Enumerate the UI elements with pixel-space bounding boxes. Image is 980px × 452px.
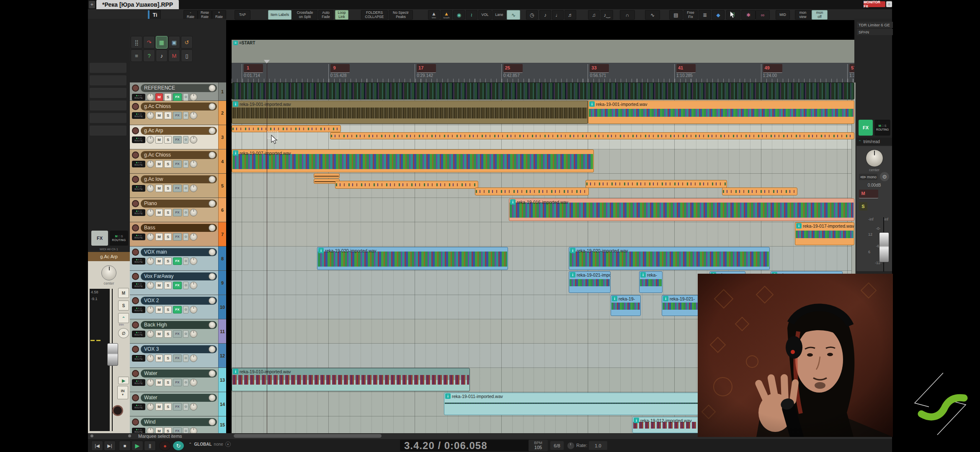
track-number[interactable]: 11 <box>218 319 226 343</box>
solo-button[interactable]: S <box>164 209 172 216</box>
trim-knob[interactable] <box>147 136 154 144</box>
route-button[interactable]: ROUTE <box>132 161 145 167</box>
fx-bypass-power-icon[interactable]: ⊙ <box>183 257 188 265</box>
monitor-fx-power-icon[interactable]: ○ <box>886 1 892 7</box>
plug-icon[interactable]: ≡ <box>131 49 142 62</box>
master-fader-handle[interactable] <box>879 232 889 262</box>
dock-tab[interactable] <box>90 126 126 136</box>
pan-knob[interactable] <box>190 354 197 362</box>
monitor-fx-badge[interactable]: MONITOR FX <box>864 1 885 7</box>
route-button[interactable]: ROUTE <box>132 209 145 216</box>
toolbar-rate-button[interactable]: + Rate <box>212 10 226 20</box>
phase-button[interactable]: ∅ <box>118 328 129 338</box>
track-name-pill[interactable]: VOX 3 <box>141 345 217 353</box>
track-lane-4[interactable] <box>232 149 854 174</box>
fx-bypass-power-icon[interactable]: ⊙ <box>183 306 188 313</box>
master-mute-button[interactable]: M <box>859 190 878 198</box>
route-button[interactable]: ROUTE <box>132 403 145 410</box>
solo-button[interactable]: S <box>164 257 172 265</box>
solo-button[interactable]: S <box>164 282 172 289</box>
lips-icon[interactable]: ∞ <box>756 10 770 20</box>
mute-button[interactable]: M <box>155 160 163 168</box>
touch-mode-icon[interactable]: ▲touch <box>441 10 452 20</box>
trim-knob[interactable] <box>147 233 154 241</box>
pan-knob[interactable] <box>190 112 197 119</box>
mute-button[interactable]: M <box>155 306 163 313</box>
track-name-pill[interactable]: Wind <box>141 418 217 426</box>
master-fx-button[interactable]: FX <box>859 120 873 136</box>
layout-blocks-icon[interactable]: ▤ <box>669 10 683 20</box>
trim-knob[interactable] <box>147 282 154 289</box>
track-name-pill[interactable]: Vox FarAway <box>141 272 217 280</box>
solo-button[interactable]: S <box>164 330 172 338</box>
monitor-play-button[interactable]: ▶ <box>118 377 129 384</box>
volume-knob[interactable] <box>209 321 216 329</box>
toolbar-item-labels-button[interactable]: Item Labels <box>268 10 291 20</box>
dock-tab[interactable] <box>90 75 126 85</box>
track-number[interactable]: 12 <box>218 344 226 367</box>
mute-button[interactable]: M <box>155 112 163 119</box>
volume-knob[interactable] <box>209 176 216 183</box>
mute-button[interactable]: M <box>155 330 163 338</box>
track-name-pill[interactable]: g.Ac Chioss <box>141 103 217 110</box>
record-arm-dot[interactable] <box>132 297 139 304</box>
mouse-grid-icon[interactable]: ⣿ <box>131 36 142 49</box>
fx-bypass-power-icon[interactable]: ⊙ <box>183 136 188 144</box>
toolbar-rese-rate-button[interactable]: Rese Rate <box>198 10 212 20</box>
track-panel-15[interactable]: WindROUTEMSFX⊙15 <box>130 416 226 434</box>
volume-knob[interactable] <box>209 249 216 256</box>
record-arm-dot[interactable] <box>132 273 139 280</box>
pan-knob[interactable] <box>190 185 197 192</box>
pan-knob[interactable] <box>190 136 197 144</box>
toolbar-rate-button[interactable]: - Rate <box>183 10 198 20</box>
fx-button[interactable]: FX <box>173 427 182 434</box>
timeline-ruler[interactable]: 10:01.71490:15.428170:29.142250:42.85733… <box>232 63 854 82</box>
trim-knob[interactable] <box>147 160 154 168</box>
fx-button[interactable]: FX <box>173 136 182 144</box>
trim-knob[interactable] <box>147 93 154 101</box>
track-panel-3[interactable]: g.Ac ArpROUTEMSFX⊙3 <box>130 125 226 149</box>
show-envelopes-icon[interactable]: ◉ <box>453 10 465 20</box>
track-name-pill[interactable]: g.Ac low <box>141 175 217 183</box>
repeat-button[interactable]: ↻ <box>173 441 184 451</box>
track-lane-8[interactable] <box>232 247 854 271</box>
global-automation-override[interactable]: ⌃ GLOBAL none ▾ <box>188 442 231 447</box>
track-number[interactable]: 2 <box>218 101 226 125</box>
volume-knob[interactable] <box>209 370 216 377</box>
track-panel-11[interactable]: Back HighROUTEMSFX⊙11 <box>130 319 226 344</box>
note-beam-icon[interactable]: ♫ <box>588 10 600 20</box>
mute-button[interactable]: M <box>155 379 163 386</box>
volume-knob[interactable] <box>209 394 216 401</box>
toolbar-folders-collapse-button[interactable]: FOLDERS COLLAPSE <box>361 10 388 20</box>
pan-knob[interactable] <box>190 209 197 216</box>
fx-button[interactable]: FX <box>173 330 182 338</box>
record-arm-dot[interactable] <box>132 321 139 329</box>
fx-button[interactable]: FX <box>173 93 182 101</box>
record-arm-dot[interactable] <box>132 419 139 426</box>
envelope-button[interactable]: ⌃ <box>118 313 129 323</box>
mute-red-icon[interactable]: M <box>168 49 180 62</box>
solo-button[interactable]: S <box>118 300 129 311</box>
toolbar-auto-fade-button[interactable]: Auto Fade <box>318 10 333 20</box>
mute-button[interactable]: M <box>155 427 163 434</box>
fx-bypass-power-icon[interactable]: ⊙ <box>183 93 188 101</box>
solo-button[interactable]: S <box>164 233 172 241</box>
pan-knob[interactable] <box>190 93 197 101</box>
track-number[interactable]: 1 <box>218 82 226 100</box>
record-arm-dot[interactable] <box>132 346 139 353</box>
track-number[interactable]: 6 <box>218 198 226 222</box>
route-button[interactable]: ROUTE <box>132 234 145 240</box>
transport-time-display[interactable]: 3.4.20 / 0:06.058 <box>400 440 530 451</box>
solo-button[interactable]: S <box>164 354 172 362</box>
track-panel-13[interactable]: WaterROUTEMSFX⊙13 <box>130 368 226 392</box>
track-name-pill[interactable]: VOX 2 <box>141 297 217 305</box>
toolbar-mon-view-button[interactable]: mon view <box>795 10 811 20</box>
track-name-pill[interactable]: Back High <box>141 321 217 329</box>
trim-knob[interactable] <box>147 112 154 119</box>
track-number[interactable]: 5 <box>218 174 226 198</box>
monitor-fx-plugin[interactable]: SPAN <box>857 29 893 35</box>
toolbar-loop-link-button[interactable]: Loop Link <box>335 10 348 20</box>
go-to-start-button[interactable]: |◀ <box>91 441 103 451</box>
solo-button[interactable]: S <box>164 306 172 313</box>
pause-button[interactable]: || <box>144 441 156 451</box>
